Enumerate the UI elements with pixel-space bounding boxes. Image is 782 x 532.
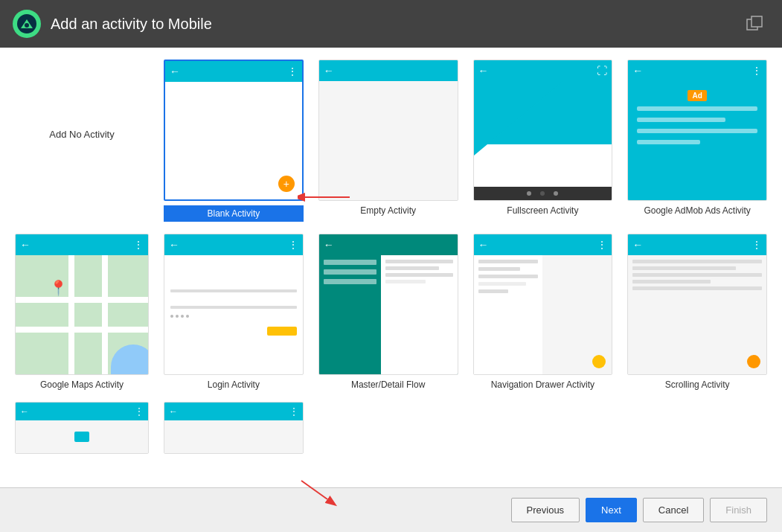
fullscreen-activity-label: Fullscreen Activity [507, 205, 578, 216]
activity-item-fullscreen[interactable]: ← ⛶ Fullsc [473, 60, 613, 216]
scrolling-activity-label: Scrolling Activity [665, 379, 730, 390]
grid-wrapper: https://blog.csdn.net/ Add No Activity ←… [15, 60, 767, 454]
header: Add an activity to Mobile [0, 0, 782, 48]
master-activity-label: Master/Detail Flow [351, 379, 425, 390]
login-phone-body [164, 255, 303, 343]
blank-activity-thumb: ← ⋮ + [164, 60, 304, 201]
navdrawer-phone-body [474, 255, 612, 374]
add-no-activity-label: Add No Activity [49, 129, 114, 140]
activity-item-scrolling[interactable]: ← ⋮ Scrolling Activity [627, 234, 767, 390]
menu-dots-admob: ⋮ [751, 65, 762, 77]
navdrawer-activity-label: Navigation Drawer Activity [491, 379, 594, 390]
svg-line-8 [301, 481, 327, 499]
activity-item-login[interactable]: ← ⋮ [164, 234, 304, 390]
empty-activity-label: Empty Activity [360, 205, 416, 216]
scrolling-activity-thumb: ← ⋮ [627, 234, 767, 375]
login-activity-thumb: ← ⋮ [164, 234, 304, 375]
master-activity-thumb: ← [318, 234, 458, 375]
partial-thumb-2: ← ⋮ [164, 402, 304, 454]
cancel-button[interactable]: Cancel [643, 498, 704, 522]
activity-item-maps[interactable]: ← ⋮ 📍 [15, 234, 149, 390]
menu-dots-maps: ⋮ [133, 239, 144, 251]
activity-item-partial-2[interactable]: ← ⋮ [164, 402, 304, 454]
fullscreen-phone-body [474, 81, 612, 187]
svg-point-2 [25, 23, 29, 28]
activity-item-blank[interactable]: ← ⋮ + Blank Activity [164, 60, 304, 222]
back-arrow-icon-fullscreen: ← [478, 65, 489, 77]
activity-item-empty[interactable]: ← Empty Activity [318, 60, 458, 216]
blank-activity-label: Blank Activity [164, 205, 304, 222]
admob-activity-label: Google AdMob Ads Activity [644, 205, 750, 216]
empty-activity-thumb: ← [318, 60, 458, 201]
maps-phone-body: 📍 [16, 255, 148, 374]
activity-item-partial-1[interactable]: ← ⋮ [15, 402, 149, 454]
window-controls [746, 16, 770, 32]
partial-thumb-1: ← ⋮ [15, 402, 149, 454]
admob-phone-body: Ad [628, 81, 766, 200]
main-content: https://blog.csdn.net/ Add No Activity ←… [0, 48, 782, 487]
back-arrow-icon-login: ← [169, 239, 179, 251]
previous-button[interactable]: Previous [511, 498, 580, 522]
activity-item-master[interactable]: ← [318, 234, 458, 390]
menu-dots-scroll: ⋮ [751, 239, 762, 251]
finish-button[interactable]: Finish [710, 498, 767, 522]
activity-item-navdrawer[interactable]: ← ⋮ [473, 234, 613, 390]
back-arrow-icon-master: ← [324, 239, 334, 251]
back-arrow-icon-empty: ← [324, 65, 334, 77]
master-phone-body [319, 255, 458, 374]
android-studio-icon [12, 9, 42, 39]
navdrawer-activity-thumb: ← ⋮ [473, 234, 613, 375]
header-title: Add an activity to Mobile [51, 16, 746, 33]
activity-item-admob[interactable]: ← ⋮ Ad Google AdMob Ads Activity [627, 60, 767, 216]
back-arrow-icon-maps: ← [20, 239, 31, 251]
add-no-activity-cell[interactable]: Add No Activity [15, 60, 149, 208]
next-button[interactable]: Next [586, 498, 637, 522]
maps-activity-thumb: ← ⋮ 📍 [15, 234, 149, 375]
window-restore-icon [746, 16, 770, 32]
back-arrow-icon-scroll: ← [632, 239, 643, 251]
menu-dots-login: ⋮ [288, 239, 298, 251]
menu-dots-icon: ⋮ [287, 65, 298, 77]
expand-icon: ⛶ [597, 65, 607, 77]
admob-activity-thumb: ← ⋮ Ad [627, 60, 767, 201]
blank-phone-body: + [165, 82, 302, 199]
ad-badge: Ad [688, 90, 706, 101]
fullscreen-activity-thumb: ← ⛶ [473, 60, 613, 201]
next-arrow-indicator [294, 477, 339, 507]
svg-rect-4 [751, 16, 762, 27]
activity-grid-container[interactable]: https://blog.csdn.net/ Add No Activity ←… [0, 48, 782, 487]
fab-button: + [278, 176, 295, 192]
maps-activity-label: Google Maps Activity [40, 379, 124, 390]
login-activity-label: Login Activity [208, 379, 260, 390]
footer: Previous Next Cancel Finish [0, 487, 782, 532]
back-arrow-icon-admob: ← [632, 65, 643, 77]
scrolling-phone-body [628, 255, 766, 374]
activity-grid: Add No Activity ← ⋮ + Blank Activity [15, 60, 767, 454]
back-arrow-icon-nav: ← [478, 239, 489, 251]
menu-dots-nav: ⋮ [597, 239, 607, 251]
back-arrow-icon: ← [170, 65, 180, 77]
empty-phone-body [319, 81, 458, 200]
